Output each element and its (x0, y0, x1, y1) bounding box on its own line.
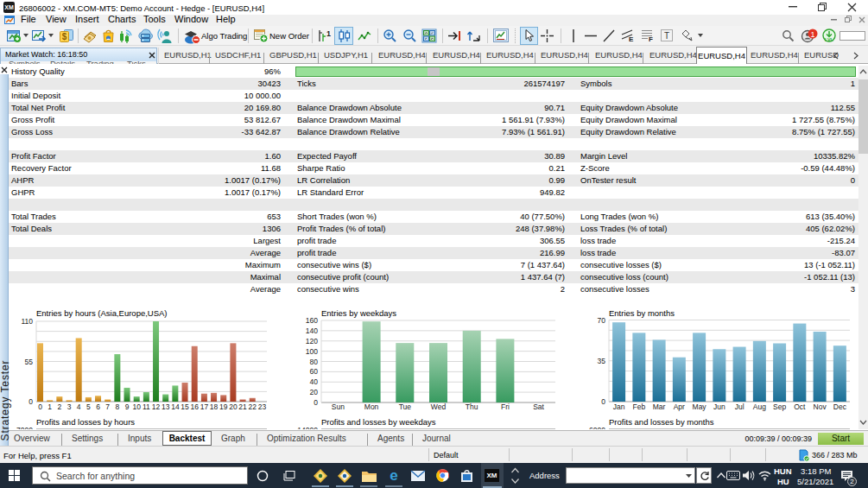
svg-text:Apr: Apr (674, 402, 685, 411)
svg-text:1: 1 (326, 29, 331, 38)
svg-text:5: 5 (86, 402, 91, 411)
svg-text:12: 12 (152, 402, 161, 411)
svg-text:0: 0 (38, 402, 42, 411)
svg-text:160: 160 (306, 316, 318, 325)
svg-text:18: 18 (210, 402, 219, 411)
svg-text:Tue: Tue (399, 402, 412, 411)
svg-text:Profits and losses by hours: Profits and losses by hours (36, 417, 135, 427)
svg-text:$: $ (62, 32, 67, 41)
svg-text:Profits and losses by weekdays: Profits and losses by weekdays (321, 417, 436, 427)
svg-text:20: 20 (229, 402, 238, 411)
svg-text:2: 2 (57, 402, 61, 411)
svg-text:22: 22 (248, 402, 257, 411)
svg-text:e: e (390, 467, 397, 484)
svg-text:Sat: Sat (533, 402, 544, 411)
svg-text:35: 35 (598, 357, 606, 365)
svg-text:120: 120 (306, 337, 318, 345)
svg-text:Nov: Nov (814, 402, 827, 411)
svg-text:T: T (664, 31, 669, 41)
svg-text:3: 3 (67, 402, 72, 411)
svg-text:21: 21 (238, 402, 247, 411)
svg-text:15: 15 (181, 402, 189, 411)
svg-text:9: 9 (125, 402, 130, 411)
svg-text:Entries by months: Entries by months (609, 308, 675, 318)
svg-text:F: F (649, 35, 653, 43)
svg-text:13: 13 (162, 402, 170, 411)
svg-text:Dec: Dec (833, 402, 847, 411)
svg-text:8: 8 (116, 402, 120, 411)
svg-text:1: 1 (48, 402, 52, 411)
svg-text:23: 23 (258, 402, 267, 411)
svg-text:Sep: Sep (773, 402, 786, 411)
svg-text:110: 110 (21, 317, 33, 326)
svg-text:LVL: LVL (825, 37, 834, 42)
svg-text:40: 40 (310, 377, 319, 386)
svg-text:7: 7 (105, 402, 110, 411)
svg-text:20: 20 (310, 388, 319, 396)
svg-text:4: 4 (77, 402, 81, 411)
svg-text:Mon: Mon (364, 402, 379, 411)
svg-text:Wed: Wed (431, 402, 447, 411)
svg-text:17: 17 (200, 402, 209, 411)
svg-text:Jan: Jan (613, 402, 625, 411)
svg-text:0: 0 (601, 397, 605, 406)
svg-text:0: 0 (314, 398, 318, 407)
svg-text:1: 1 (810, 30, 814, 39)
svg-text:6: 6 (96, 402, 100, 411)
svg-text:Entries by hours (Asia,Europe,: Entries by hours (Asia,Europe,USA) (36, 308, 168, 318)
svg-text:11: 11 (143, 402, 150, 411)
svg-text:19: 19 (219, 402, 228, 411)
svg-text:Fri: Fri (501, 402, 510, 411)
svg-text:60: 60 (310, 367, 319, 376)
svg-text:Entries by weekdays: Entries by weekdays (321, 308, 396, 318)
svg-text:Thu: Thu (466, 402, 478, 411)
svg-text:80: 80 (310, 358, 319, 366)
svg-text:May: May (693, 402, 707, 411)
svg-text:Sun: Sun (332, 402, 345, 411)
svg-text:16: 16 (190, 402, 199, 411)
svg-text:Aug: Aug (753, 402, 766, 411)
svg-text:100: 100 (306, 347, 318, 356)
svg-text:Mar: Mar (653, 402, 666, 411)
svg-text:140: 140 (306, 326, 318, 335)
svg-text:55: 55 (25, 358, 34, 366)
svg-text:Jun: Jun (713, 402, 725, 411)
svg-text:14000: 14000 (297, 426, 318, 429)
svg-text:0: 0 (29, 397, 33, 406)
svg-text:6000: 6000 (589, 426, 605, 429)
svg-text:10: 10 (132, 402, 141, 411)
svg-text:Profits and losses by months: Profits and losses by months (609, 417, 714, 427)
svg-text:Feb: Feb (633, 402, 646, 411)
svg-text:E: E (629, 35, 634, 43)
svg-text:14: 14 (171, 402, 180, 411)
svg-text:7000: 7000 (16, 426, 33, 429)
svg-text:Jul: Jul (735, 402, 744, 411)
svg-text:70: 70 (598, 316, 606, 325)
svg-text:Oct: Oct (794, 402, 806, 411)
